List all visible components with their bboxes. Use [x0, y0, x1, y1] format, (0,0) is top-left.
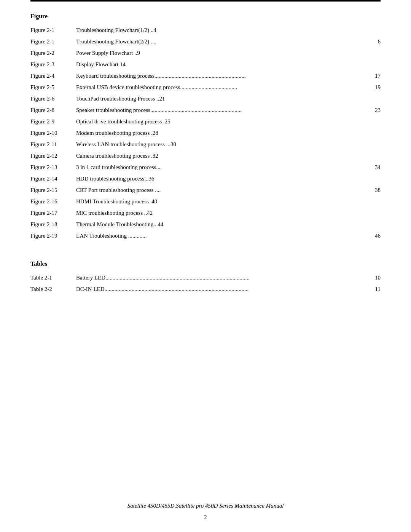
list-item: Figure 2-6 TouchPad troubleshooting Proc… [30, 93, 381, 104]
figure-number: Figure 2-12 [30, 150, 76, 161]
figure-number: Figure 2-19 [30, 230, 76, 241]
list-item: Figure 2-11 Wireless LAN troubleshooting… [30, 139, 381, 150]
figure-number: Figure 2-17 [30, 207, 76, 219]
table-page: 10 [358, 272, 381, 283]
table-title: DC-IN LED...............................… [76, 283, 358, 295]
list-item: Figure 2-1 Troubleshooting Flowchart(2/2… [30, 36, 381, 47]
list-item: Figure 2-2 Power Supply Flowchart ..9 [30, 47, 381, 59]
tables-section: Tables Table 2-1 Battery LED............… [30, 260, 381, 295]
figure-number: Figure 2-5 [30, 81, 76, 93]
tables-toc-table: Table 2-1 Battery LED...................… [30, 272, 381, 295]
figure-title: Power Supply Flowchart ..9 [76, 47, 381, 59]
list-item: Figure 2-10 Modem troubleshooting proces… [30, 127, 381, 139]
list-item: Figure 2-12 Camera troubleshooting proce… [30, 150, 381, 161]
figure-number: Figure 2-6 [30, 93, 76, 104]
figure-title: Troubleshooting Flowchart(2/2)..... [76, 36, 358, 47]
page-container: Figure Figure 2-1 Troubleshooting Flowch… [0, 0, 411, 532]
figure-title: TouchPad troubleshooting Process ..21 [76, 93, 381, 104]
figure-title: Display Flowchart 14 [76, 59, 381, 70]
figure-page: 34 [358, 161, 381, 173]
table-page: 11 [358, 283, 381, 295]
figure-title: External USB device troubleshooting proc… [76, 81, 358, 93]
list-item: Figure 2-17 MIC troubleshooting process … [30, 207, 381, 219]
footer-text: Satellite 450D/455D,Satellite pro 450D S… [0, 503, 411, 509]
figure-title: HDMI Troubleshooting process .40 [76, 196, 381, 207]
figure-title: CRT Port troubleshooting process .... [76, 184, 358, 196]
figure-title: Troubleshooting Flowchart(1/2) ..4 [76, 24, 381, 36]
figure-page: 17 [358, 70, 381, 81]
figure-number: Figure 2-14 [30, 173, 76, 184]
figure-page: 6 [358, 36, 381, 47]
figure-number: Figure 2-3 [30, 59, 76, 70]
figure-page: 38 [358, 184, 381, 196]
figures-section-header: Figure [30, 13, 381, 20]
figure-number: Figure 2-13 [30, 161, 76, 173]
figure-number: Figure 2-4 [30, 70, 76, 81]
figure-page: 46 [358, 230, 381, 241]
figure-number: Figure 2-11 [30, 139, 76, 150]
figure-title: 3 in 1 card troubleshooting process.... [76, 161, 358, 173]
table-number: Table 2-1 [30, 272, 76, 283]
figure-number: Figure 2-1 [30, 36, 76, 47]
figure-number: Figure 2-16 [30, 196, 76, 207]
figure-title: Camera troubleshooting process .32 [76, 150, 381, 161]
figure-title: HDD troubleshooting process...36 [76, 173, 381, 184]
top-border [30, 0, 381, 2]
table-number: Table 2-2 [30, 283, 76, 295]
list-item: Figure 2-18 Thermal Module Troubleshooti… [30, 219, 381, 230]
figure-number: Figure 2-18 [30, 219, 76, 230]
list-item: Figure 2-9 Optical drive troubleshooting… [30, 116, 381, 127]
list-item: Figure 2-4 Keyboard troubleshooting proc… [30, 70, 381, 81]
list-item: Figure 2-3 Display Flowchart 14 [30, 59, 381, 70]
figure-title: Keyboard troubleshooting process........… [76, 70, 358, 81]
table-title: Battery LED.............................… [76, 272, 358, 283]
figure-number: Figure 2-10 [30, 127, 76, 139]
list-item: Figure 2-5 External USB device troublesh… [30, 81, 381, 93]
figure-number: Figure 2-1 [30, 24, 76, 36]
list-item: Table 2-2 DC-IN LED.....................… [30, 283, 381, 295]
figure-title: Thermal Module Troubleshooting...44 [76, 219, 381, 230]
list-item: Figure 2-1 Troubleshooting Flowchart(1/2… [30, 24, 381, 36]
figures-toc-table: Figure 2-1 Troubleshooting Flowchart(1/2… [30, 24, 381, 241]
figure-title: MIC troubleshooting process ..42 [76, 207, 381, 219]
figure-title: Modem troubleshooting process .28 [76, 127, 381, 139]
list-item: Figure 2-13 3 in 1 card troubleshooting … [30, 161, 381, 173]
figure-title: Speaker troubleshooting process.........… [76, 104, 358, 116]
figure-number: Figure 2-9 [30, 116, 76, 127]
list-item: Figure 2-14 HDD troubleshooting process.… [30, 173, 381, 184]
tables-section-header: Tables [30, 260, 381, 267]
page-number: 2 [0, 514, 411, 521]
list-item: Figure 2-8 Speaker troubleshooting proce… [30, 104, 381, 116]
figure-title: Optical drive troubleshooting process .2… [76, 116, 381, 127]
list-item: Figure 2-15 CRT Port troubleshooting pro… [30, 184, 381, 196]
figure-number: Figure 2-15 [30, 184, 76, 196]
figure-title: Wireless LAN troubleshooting process ...… [76, 139, 381, 150]
list-item: Figure 2-19 LAN Troubleshooting ........… [30, 230, 381, 241]
figure-page: 19 [358, 81, 381, 93]
figure-number: Figure 2-2 [30, 47, 76, 59]
list-item: Figure 2-16 HDMI Troubleshooting process… [30, 196, 381, 207]
figure-page: 23 [358, 104, 381, 116]
figure-title: LAN Troubleshooting ............. [76, 230, 358, 241]
figure-number: Figure 2-8 [30, 104, 76, 116]
list-item: Table 2-1 Battery LED...................… [30, 272, 381, 283]
